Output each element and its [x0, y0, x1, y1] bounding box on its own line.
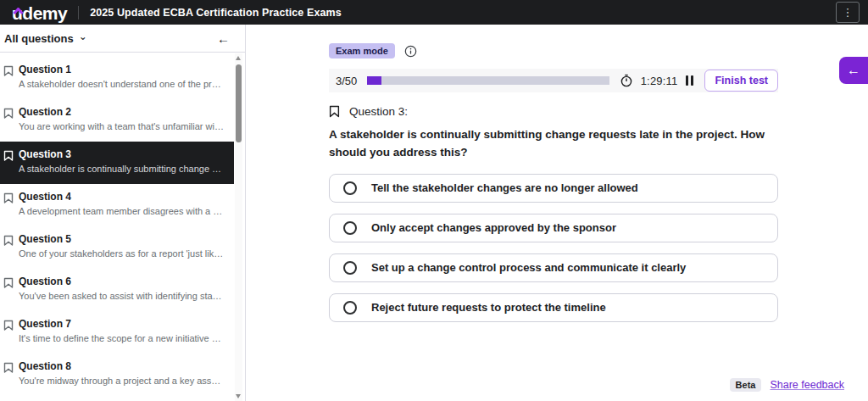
question-list-item-1[interactable]: Question 1 A stakeholder doesn't underst…: [0, 57, 234, 99]
question-sidebar: All questions ⌄ ← Question 1 A stakehold…: [0, 25, 246, 401]
answer-option-4[interactable]: Reject future requests to protect the ti…: [329, 293, 778, 322]
question-item-title: Question 2: [19, 106, 224, 118]
question-item-title: Question 6: [19, 276, 224, 287]
question-list-item-3-selected[interactable]: Question 3 A stakeholder is continually …: [0, 142, 234, 184]
answer-option-2[interactable]: Only accept changes approved by the spon…: [329, 214, 778, 242]
question-list-item-4[interactable]: Question 4 A development team member dis…: [0, 184, 234, 226]
progress-bar-row: 3/50 1:29:11 Finish test: [329, 69, 778, 92]
radio-button[interactable]: [343, 181, 357, 195]
bookmark-icon: [3, 234, 14, 269]
bookmark-icon: [3, 107, 14, 142]
top-header: udemy 2025 Updated ECBA Certification Pr…: [0, 0, 868, 25]
bookmark-icon: [3, 276, 14, 311]
course-title: 2025 Updated ECBA Certification Practice…: [90, 7, 342, 19]
question-item-preview: You are working with a team that's unfam…: [19, 121, 224, 131]
exam-main-pane: Exam mode 3/50 1:29:11 Finish test Quest…: [247, 25, 868, 401]
radio-button[interactable]: [343, 301, 357, 315]
scrollbar-thumb[interactable]: [236, 64, 242, 142]
stopwatch-icon: [620, 74, 633, 87]
kebab-menu-icon: ⋮: [843, 7, 854, 18]
scroll-up-icon[interactable]: [236, 56, 241, 60]
question-list-item-7[interactable]: Question 7 It's time to define the scope…: [0, 311, 234, 354]
answer-options: Tell the stakeholder changes are no long…: [329, 174, 778, 322]
question-list-item-2[interactable]: Question 2 You are working with a team t…: [0, 99, 234, 142]
question-text: A stakeholder is continually submitting …: [329, 126, 778, 162]
exam-mode-row: Exam mode: [329, 43, 778, 58]
question-item-title: Question 8: [19, 360, 224, 372]
udemy-logo-caret-icon: [13, 0, 24, 17]
bookmark-icon: [3, 319, 14, 354]
radio-button[interactable]: [343, 261, 357, 275]
progress-track: [367, 76, 609, 85]
chevron-down-icon: ⌄: [79, 31, 87, 42]
question-item-title: Question 5: [19, 233, 224, 245]
question-item-preview: You're midway through a project and a ke…: [19, 376, 224, 386]
filter-label: All questions: [4, 32, 74, 45]
bookmark-icon: [3, 149, 14, 184]
beta-badge: Beta: [730, 378, 762, 392]
question-number-label: Question 3:: [349, 105, 408, 118]
bookmark-icon: [3, 361, 14, 396]
answer-option-3[interactable]: Set up a change control process and comm…: [329, 253, 778, 282]
header-divider: [78, 6, 79, 19]
answer-option-1[interactable]: Tell the stakeholder changes are no long…: [329, 174, 778, 203]
question-item-title: Question 3: [19, 148, 224, 160]
question-item-preview: One of your stakeholders as for a report…: [19, 248, 224, 259]
exam-content: Exam mode 3/50 1:29:11 Finish test Quest…: [329, 25, 778, 322]
beta-footer: Beta Share feedback: [730, 378, 844, 392]
question-item-preview: A stakeholder is continually submitting …: [19, 164, 224, 174]
bookmark-icon[interactable]: [329, 105, 340, 118]
more-options-button[interactable]: ⋮: [836, 2, 860, 23]
share-feedback-link[interactable]: Share feedback: [770, 379, 844, 391]
question-item-preview: It's time to define the scope for a new …: [19, 333, 224, 343]
bookmark-icon: [3, 192, 14, 226]
question-item-preview: You've been asked to assist with identif…: [19, 291, 224, 301]
collapse-sidebar-button[interactable]: ←: [217, 32, 230, 45]
question-item-preview: A development team member disagrees with…: [19, 206, 224, 216]
info-icon[interactable]: [404, 45, 417, 58]
answer-option-label: Reject future requests to protect the ti…: [371, 301, 606, 314]
finish-test-button[interactable]: Finish test: [704, 70, 778, 92]
answer-option-label: Tell the stakeholder changes are no long…: [371, 181, 638, 194]
question-list-item-6[interactable]: Question 6 You've been asked to assist w…: [0, 269, 234, 311]
question-filter-dropdown[interactable]: All questions ⌄: [4, 32, 87, 45]
scroll-down-icon[interactable]: [236, 394, 241, 398]
exam-mode-badge: Exam mode: [329, 43, 395, 58]
left-arrow-icon: ←: [847, 63, 860, 78]
radio-button[interactable]: [343, 221, 357, 235]
progress-fill: [367, 76, 381, 85]
question-item-title: Question 4: [19, 191, 224, 203]
question-list: Question 1 A stakeholder doesn't underst…: [0, 53, 234, 401]
question-item-title: Question 7: [19, 318, 224, 330]
open-drawer-button[interactable]: ←: [839, 57, 868, 84]
time-remaining: 1:29:11: [641, 75, 678, 87]
question-item-preview: A stakeholder doesn't understand one of …: [19, 79, 224, 89]
question-counter: 3/50: [336, 75, 357, 87]
answer-option-label: Set up a change control process and comm…: [371, 261, 686, 274]
question-list-item-8[interactable]: Question 8 You're midway through a proje…: [0, 354, 234, 396]
question-list-item-5[interactable]: Question 5 One of your stakeholders as f…: [0, 226, 234, 269]
udemy-logo[interactable]: udemy: [12, 3, 67, 22]
sidebar-scrollbar[interactable]: [235, 53, 242, 401]
pause-icon[interactable]: [686, 75, 693, 86]
sidebar-header: All questions ⌄ ←: [0, 25, 245, 53]
answer-option-label: Only accept changes approved by the spon…: [371, 221, 616, 234]
question-label-row: Question 3:: [329, 105, 778, 118]
question-item-title: Question 1: [19, 64, 224, 75]
bookmark-icon: [3, 64, 14, 99]
